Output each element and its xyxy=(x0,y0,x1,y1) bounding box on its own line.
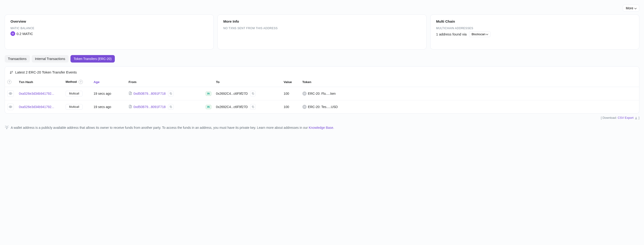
sort-icon xyxy=(10,70,13,74)
blockscan-dropdown-button[interactable]: Blockscan xyxy=(469,31,490,37)
overview-card: Overview MATIC BALANCE 0.2 MATIC xyxy=(5,14,214,50)
overview-title: Overview xyxy=(10,19,208,23)
matic-icon xyxy=(10,31,15,36)
multichain-value-row: 1 address found via Blockscan xyxy=(436,31,634,37)
table-row: 0xa526e3d34b941792... Multicall 19 secs … xyxy=(5,87,639,100)
col-txn-hash: Txn Hash xyxy=(16,77,63,87)
download-icon xyxy=(634,116,639,120)
top-actions-bar: More xyxy=(5,5,639,12)
csv-export-link[interactable]: CSV Export xyxy=(618,116,634,120)
multi-chain-card: Multi Chain MULTICHAIN ADDRESSES 1 addre… xyxy=(430,14,639,50)
no-txns-label: NO TXNS SENT FROM THIS ADDRESS xyxy=(223,26,421,30)
transfers-table: ? Txn Hash Method ? Age From To Value To… xyxy=(5,77,639,114)
balance-label: MATIC BALANCE xyxy=(10,26,208,30)
panel-header: Latest 2 ERC-20 Token Transfer Events xyxy=(5,66,639,77)
direction-badge: IN xyxy=(206,92,212,96)
svg-point-3 xyxy=(10,106,11,107)
age-cell: 19 secs ago xyxy=(91,87,126,100)
info-cards-row: Overview MATIC BALANCE 0.2 MATIC More In… xyxy=(5,14,639,50)
download-suffix: ] xyxy=(638,116,639,120)
svg-rect-1 xyxy=(170,93,172,95)
lightbulb-icon xyxy=(5,125,9,130)
more-label: More xyxy=(626,6,633,10)
txn-hash-link[interactable]: 0xa526e3d34b941792... xyxy=(19,92,54,96)
panel-title: Latest 2 ERC-20 Token Transfer Events xyxy=(15,70,77,74)
tab-internal-transactions[interactable]: Internal Transactions xyxy=(32,55,68,62)
svg-point-0 xyxy=(10,93,11,94)
more-info-title: More Info xyxy=(223,19,421,23)
help-icon[interactable]: ? xyxy=(79,80,83,84)
table-row: 0xa526e3d34b941792... Multicall 19 secs … xyxy=(5,100,639,114)
chevron-down-icon xyxy=(635,6,636,10)
col-value: Value xyxy=(282,77,300,87)
svg-point-6 xyxy=(6,126,8,128)
age-cell: 19 secs ago xyxy=(91,100,126,114)
contract-icon xyxy=(128,92,132,96)
copy-button[interactable] xyxy=(168,104,174,110)
svg-rect-4 xyxy=(170,107,172,108)
from-address-link[interactable]: 0xd50B79...8091F718 xyxy=(134,92,166,96)
preview-button[interactable] xyxy=(7,104,14,110)
to-address: 0x2692C4...c6F9f27D xyxy=(216,105,248,109)
col-to: To xyxy=(214,77,282,87)
method-badge: Multicall xyxy=(66,104,82,110)
col-token: Token xyxy=(300,77,639,87)
footer-note: A wallet address is a publicly available… xyxy=(5,125,639,130)
tabs-row: Transactions Internal Transactions Token… xyxy=(5,55,639,62)
copy-button[interactable] xyxy=(250,104,256,110)
multi-chain-title: Multi Chain xyxy=(436,19,634,23)
transfers-panel: Latest 2 ERC-20 Token Transfer Events ? … xyxy=(5,66,639,114)
method-badge: Multicall xyxy=(66,91,82,96)
token-icon xyxy=(302,105,306,109)
download-prefix: [ Download: xyxy=(601,116,618,120)
method-header-label: Method xyxy=(66,80,77,84)
download-row: [ Download: CSV Export ] xyxy=(5,116,639,120)
copy-button[interactable] xyxy=(250,91,256,96)
value-cell: 100 xyxy=(282,87,300,100)
token-link[interactable]: ERC-20: Flu.....ken xyxy=(308,92,336,96)
col-direction xyxy=(203,77,214,87)
knowledge-base-link[interactable]: Knowledge Base. xyxy=(309,126,334,130)
balance-value-row: 0.2 MATIC xyxy=(10,31,208,36)
token-link[interactable]: ERC-20: Tes.....USD xyxy=(308,105,338,109)
col-preview: ? xyxy=(5,77,16,87)
to-address: 0x2692C4...c6F9f27D xyxy=(216,92,248,96)
svg-rect-5 xyxy=(252,107,254,108)
txn-hash-link[interactable]: 0xa526e3d34b941792... xyxy=(19,105,54,109)
balance-value: 0.2 MATIC xyxy=(16,32,33,36)
col-method: Method ? xyxy=(63,77,91,87)
col-age[interactable]: Age xyxy=(91,77,126,87)
more-dropdown-button[interactable]: More xyxy=(623,5,639,12)
multichain-found-text: 1 address found via xyxy=(436,32,467,36)
token-icon xyxy=(302,92,306,96)
svg-rect-2 xyxy=(252,93,254,95)
value-cell: 100 xyxy=(282,100,300,114)
help-icon[interactable]: ? xyxy=(7,80,12,84)
from-address-link[interactable]: 0xd50B79...8091F718 xyxy=(134,105,166,109)
multichain-label: MULTICHAIN ADDRESSES xyxy=(436,26,634,30)
footer-text: A wallet address is a publicly available… xyxy=(11,126,334,130)
blockscan-label: Blockscan xyxy=(472,32,485,36)
col-from: From xyxy=(126,77,203,87)
tab-token-transfers[interactable]: Token Transfers (ERC-20) xyxy=(70,55,115,62)
chevron-down-icon xyxy=(486,32,488,36)
tab-transactions[interactable]: Transactions xyxy=(5,55,30,62)
contract-icon xyxy=(128,105,132,109)
copy-button[interactable] xyxy=(168,91,174,96)
direction-badge: IN xyxy=(206,105,212,109)
preview-button[interactable] xyxy=(7,90,14,97)
more-info-card: More Info NO TXNS SENT FROM THIS ADDRESS xyxy=(218,14,426,50)
